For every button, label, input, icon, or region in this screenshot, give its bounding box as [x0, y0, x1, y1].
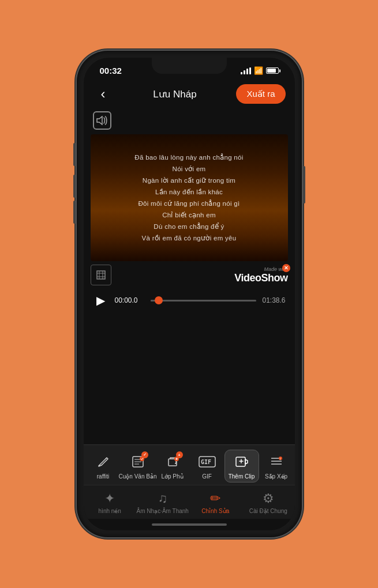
- progress-bar[interactable]: [151, 300, 257, 301]
- svg-rect-14: [236, 457, 245, 466]
- cai-dat-label: Cài Đặt Chung: [249, 508, 287, 514]
- lop-phu-badge: +: [176, 451, 183, 458]
- cuon-van-ban-label: Cuộn Văn Bản: [119, 473, 157, 480]
- toolbar-item-graffiti[interactable]: raffiti: [86, 450, 121, 482]
- phone-screen: 00:32 📶 ‹ Lưu Nháp Xuất ra: [84, 58, 295, 530]
- tab-chinh-sua[interactable]: ✏ Chỉnh Sửa: [189, 491, 242, 514]
- tab-am-nhac[interactable]: ♫ Âm Nhạc·Âm Thanh: [136, 491, 189, 514]
- play-button[interactable]: ▶: [93, 292, 109, 308]
- video-line-5: Đôi môi cứ lãng phí chẳng nói gì: [138, 199, 239, 208]
- brand-text: VideoShow: [234, 272, 287, 284]
- track-area: [84, 312, 295, 444]
- toolbar-item-cuon-van-ban[interactable]: ✓ Cuộn Văn Bản: [121, 450, 155, 482]
- lop-phu-label: Lớp Phủ: [161, 473, 183, 480]
- gif-icon-wrapper: GIF: [198, 453, 216, 471]
- video-preview: Đã bao lâu lòng này anh chẳng nói Nói vớ…: [91, 134, 288, 261]
- them-clip-icon: [234, 454, 249, 469]
- remove-watermark-button[interactable]: ✕: [282, 264, 290, 272]
- volume-row: [84, 109, 295, 134]
- video-line-8: Và rồi em đã có người em yêu: [142, 234, 237, 242]
- signal-icon: [241, 67, 251, 74]
- cuon-van-ban-icon-wrapper: ✓: [129, 453, 147, 471]
- svg-rect-0: [97, 271, 105, 279]
- export-button[interactable]: Xuất ra: [236, 84, 285, 104]
- total-time: 01:38.6: [262, 296, 285, 304]
- watermark-brand: ✕ Made with VideoShow: [234, 266, 287, 284]
- gif-icon: GIF: [199, 456, 216, 468]
- graffiti-icon: [96, 454, 111, 469]
- progress-thumb[interactable]: [155, 296, 163, 304]
- header-title: Lưu Nháp: [153, 88, 196, 100]
- graffiti-label: raffiti: [97, 473, 110, 480]
- header: ‹ Lưu Nháp Xuất ra: [84, 79, 295, 109]
- sap-xep-label: Sắp Xếp: [265, 473, 287, 480]
- video-line-7: Dù cho em chẳng để ý: [154, 223, 224, 231]
- them-clip-icon-wrapper: [233, 453, 251, 471]
- video-line-4: Lần này đến lần khác: [155, 188, 223, 196]
- battery-icon: [266, 67, 279, 74]
- am-nhac-icon: ♫: [158, 491, 168, 506]
- status-icons: 📶: [241, 66, 279, 75]
- toolbar-item-sap-xep[interactable]: ! Sắp Xếp: [259, 450, 294, 482]
- lop-phu-icon-wrapper: +: [163, 453, 182, 471]
- back-button[interactable]: ‹: [93, 84, 114, 104]
- home-indicator: [84, 519, 295, 530]
- video-line-6: Chỉ biết cạnh em: [162, 211, 216, 219]
- chinh-sua-label: Chỉnh Sửa: [201, 508, 229, 514]
- bottom-toolbar: raffiti ✓ Cuộn Văn Bản: [84, 444, 295, 485]
- tab-hinh-nen[interactable]: ✦ hình nền: [84, 491, 137, 514]
- timeline: ▶ 00:00.0 01:38.6: [84, 289, 295, 312]
- hinh-nen-icon: ✦: [104, 491, 115, 506]
- video-line-2: Nói với em: [173, 165, 206, 173]
- video-line-1: Đã bao lâu lòng này anh chẳng nói: [134, 153, 243, 161]
- crop-icon-button[interactable]: [91, 265, 111, 285]
- wifi-icon: 📶: [254, 66, 263, 75]
- graffiti-icon-wrapper: [94, 453, 113, 471]
- volume-icon[interactable]: [93, 111, 111, 130]
- video-line-3: Ngàn lời anh cất giữ trong tim: [143, 176, 235, 184]
- am-nhac-label: Âm Nhạc·Âm Thanh: [137, 508, 189, 514]
- hinh-nen-label: hình nền: [99, 508, 121, 514]
- toolbar-item-lop-phu[interactable]: + Lớp Phủ: [155, 450, 190, 482]
- tab-cai-dat[interactable]: ⚙ Cài Đặt Chung: [242, 491, 295, 514]
- chinh-sua-icon: ✏: [210, 491, 220, 506]
- svg-text:GIF: GIF: [201, 459, 211, 465]
- home-bar: [152, 523, 227, 526]
- status-time: 00:32: [100, 66, 122, 76]
- main-tabs: ✦ hình nền ♫ Âm Nhạc·Âm Thanh ✏ Chỉnh Sử…: [84, 485, 295, 519]
- phone-frame: 00:32 📶 ‹ Lưu Nháp Xuất ra: [77, 51, 302, 537]
- cai-dat-icon: ⚙: [263, 491, 274, 506]
- sap-xep-icon-wrapper: !: [267, 453, 286, 471]
- toolbar-item-them-clip[interactable]: Thêm Clip: [224, 450, 259, 483]
- watermark-bar: ✕ Made with VideoShow: [84, 261, 295, 289]
- gif-label: GIF: [202, 473, 212, 480]
- toolbar-item-gif[interactable]: GIF GIF: [190, 450, 224, 482]
- current-time: 00:00.0: [115, 296, 145, 304]
- them-clip-label: Thêm Clip: [229, 473, 255, 480]
- cuon-van-ban-badge: ✓: [141, 451, 148, 458]
- notch: [152, 58, 227, 74]
- video-text-overlay: Đã bao lâu lòng này anh chẳng nói Nói vớ…: [91, 134, 288, 261]
- sap-xep-icon: !: [269, 454, 284, 469]
